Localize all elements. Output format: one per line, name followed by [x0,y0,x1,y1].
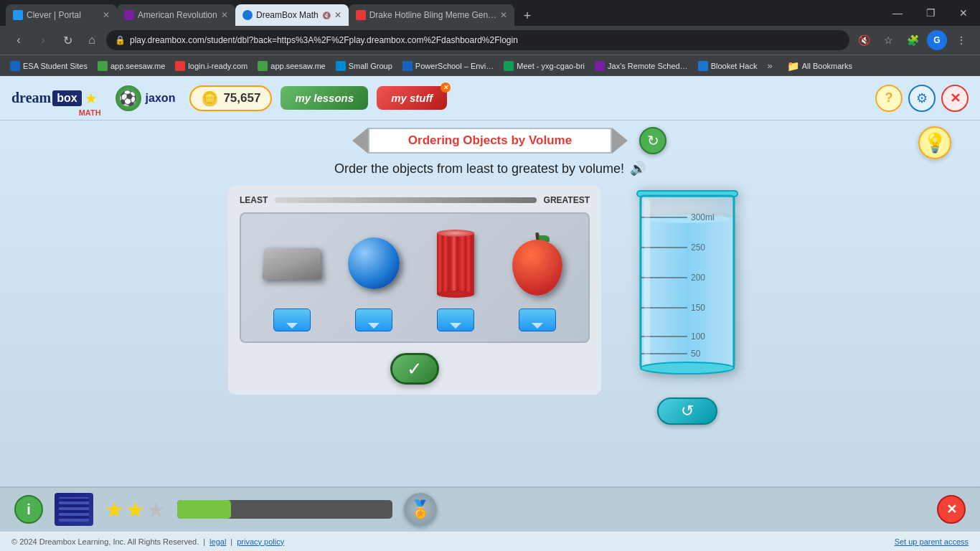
achievement-badge: 🏅 [404,493,437,526]
new-tab-button[interactable]: + [517,6,537,26]
extensions-icon[interactable]: 🧩 [903,30,923,50]
back-button[interactable]: ‹ [9,30,29,50]
maximize-button[interactable]: ❐ [914,0,947,26]
object-sphere-container [335,224,413,303]
american-revolution-close-icon[interactable]: ✕ [221,10,228,20]
mute-toolbar-icon[interactable]: 🔇 [854,30,874,50]
footer: © 2024 Dreambox Learning, Inc. All Right… [0,531,980,551]
bookmark-meet[interactable]: Meet - yxg-cgao-bri [499,60,589,72]
minimize-button[interactable]: — [881,0,914,26]
sound-button[interactable]: 🔊 [630,161,646,176]
object-slot-3[interactable] [417,224,494,331]
beaker-panel: 300ml 250 200 150 100 50 [623,178,752,425]
all-bookmarks-button[interactable]: 📁 All Bookmarks [781,59,858,73]
page-content: dream box ★ MATH ⚽ jaxon 🪙 75,657 my les… [0,76,980,551]
game-main-area: LEAST GREATEST [0,185,980,425]
settings-button[interactable]: ⚙ [908,85,936,112]
bookmark-iready[interactable]: login.i-ready.com [171,60,252,72]
legal-link[interactable]: legal [209,537,226,546]
apple-body [512,240,562,296]
tab-drake[interactable]: Drake Hotline Bling Meme Gen… ✕ [349,4,514,26]
bookmark-blooket[interactable]: Blooket Hack [694,60,762,72]
user-info: ⚽ jaxon [116,85,176,111]
svg-rect-2 [642,217,732,367]
tab-clever[interactable]: Clever | Portal ✕ [6,4,117,26]
address-bar[interactable]: 🔒 play.dreambox.com/student/dbl?back=htt… [106,30,849,50]
clever-tab-label: Clever | Portal [27,10,99,20]
username-label: jaxon [146,92,176,105]
coins-display: 🪙 75,657 [189,85,272,111]
bookmark-seesaw1[interactable]: app.seesaw.me [93,60,169,72]
question-button[interactable]: ? [875,85,903,112]
my-stuff-label: my stuff [391,92,433,104]
stars-display: ★ ★ ★ [105,497,166,522]
bookmark-star-icon[interactable]: ☆ [878,30,898,50]
dreambox-header: dream box ★ MATH ⚽ jaxon 🪙 75,657 my les… [0,76,980,121]
refresh-lesson-button[interactable]: ↻ [639,127,666,154]
answer-slot-1[interactable] [273,309,311,331]
more-bookmarks-button[interactable]: » [763,59,776,72]
progress-bar-container [177,500,392,519]
my-stuff-button[interactable]: my stuff ✕ [377,86,447,110]
drake-close-icon[interactable]: ✕ [500,10,507,20]
american-revolution-tab-label: American Revolution [138,10,217,20]
reset-beaker-button[interactable]: ↺ [657,397,717,425]
lesson-title-area: Ordering Objects by Volume ↻ 💡 [0,128,980,154]
object-slot-1[interactable] [253,224,331,331]
info-button[interactable]: i [14,495,43,524]
bookmark-smallgroup[interactable]: Small Group [331,60,397,72]
menu-icon[interactable]: ⋮ [951,30,971,50]
object-slot-4[interactable] [499,224,576,331]
close-window-button[interactable]: ✕ [947,0,980,26]
forward-button[interactable]: › [33,30,53,50]
instruction-text: Order the objects from least to greatest… [334,161,624,176]
logo-star-icon: ★ [85,90,98,107]
reload-button[interactable]: ↻ [57,30,77,50]
hint-button[interactable]: 💡 [918,126,951,159]
svg-text:100: 100 [691,331,705,342]
browser-chrome: Clever | Portal ✕ American Revolution ✕ … [0,0,980,76]
user-avatar: ⚽ [116,85,141,111]
svg-text:250: 250 [691,242,705,253]
instruction-row: Order the objects from least to greatest… [334,161,646,176]
answer-slot-4[interactable] [519,309,556,331]
tab-american-revolution[interactable]: American Revolution ✕ [117,4,235,26]
ordering-panel: LEAST GREATEST [228,185,601,395]
object-slot-2[interactable] [335,224,413,331]
bookmark-seesaw2[interactable]: app.seesaw.me [253,60,329,72]
close-bottom-button[interactable]: ✕ [937,495,966,524]
bookmark-powerschool[interactable]: PowerSchool – Envi… [398,60,498,72]
clever-close-icon[interactable]: ✕ [103,10,110,20]
svg-text:150: 150 [691,303,705,313]
answer-slot-2[interactable] [355,309,392,331]
tab-bar: Clever | Portal ✕ American Revolution ✕ … [0,0,980,26]
answer-slot-3[interactable] [437,309,474,331]
bookmark-remote[interactable]: Jax's Remote Sched… [590,60,692,72]
dreambox-logo: dream box ★ MATH [11,87,101,110]
lock-icon: 🔒 [115,35,126,45]
copyright-text: © 2024 Dreambox Learning, Inc. All Right… [11,537,199,546]
brick-object [262,248,321,280]
svg-text:300ml: 300ml [691,212,715,222]
home-button[interactable]: ⌂ [82,30,102,50]
beaker-svg: 300ml 250 200 150 100 50 [623,178,752,393]
scale-gradient [275,197,536,203]
progress-bar-fill [177,500,231,519]
parent-access-link[interactable]: Set up parent access [895,537,969,546]
dreambox-close-icon[interactable]: ✕ [334,10,341,20]
dreambox-tab-label: DreamBox Math [256,10,319,20]
profile-icon[interactable]: G [927,30,947,50]
muted-icon[interactable]: 🔇 [322,11,331,19]
close-app-button[interactable]: ✕ [941,85,969,112]
bottom-bar: i ★ ★ ★ 🏅 ✕ [0,486,980,531]
svg-rect-17 [644,199,650,364]
drake-favicon [356,10,366,20]
scale-bar: LEAST GREATEST [240,195,590,205]
bookmark-esa[interactable]: ESA Student Sites [6,60,92,72]
my-lessons-button[interactable]: my lessons [281,86,368,110]
clever-favicon [13,10,23,20]
dreambox-favicon [242,10,253,20]
privacy-link[interactable]: privacy policy [237,537,284,546]
check-answer-button[interactable]: ✓ [390,353,439,385]
tab-dreambox[interactable]: DreamBox Math 🔇 ✕ [235,4,349,26]
